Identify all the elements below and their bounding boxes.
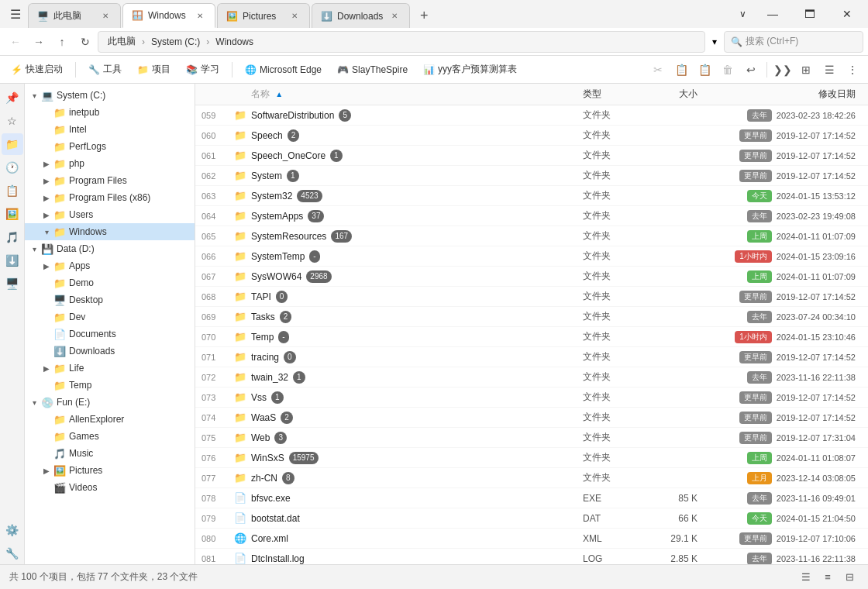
- tree-item-videos[interactable]: 🎬Videos: [25, 479, 195, 496]
- tab-tab-windows[interactable]: 🪟 Windows ✕: [122, 3, 215, 28]
- tree-item-games[interactable]: 📁Games: [25, 428, 195, 445]
- tab-tab-pictures[interactable]: 🖼️ Pictures ✕: [217, 3, 310, 28]
- table-row[interactable]: 070 📁 Temp- 文件夹 1小时内 2024-01-15 23:10:46: [195, 327, 868, 347]
- tree-item-users[interactable]: ▶📁Users: [25, 206, 195, 223]
- table-row[interactable]: 060 📁 Speech2 文件夹 更早前 2019-12-07 17:14:5…: [195, 126, 868, 146]
- col-date-header[interactable]: 修改日期: [707, 88, 862, 101]
- tree-item-intel[interactable]: 📁Intel: [25, 121, 195, 138]
- tree-item-system-(c:)[interactable]: ▾💻System (C:): [25, 87, 195, 104]
- table-row[interactable]: 065 📁 SystemResources167 文件夹 上周 2024-01-…: [195, 226, 868, 246]
- sidebar-download-icon[interactable]: ⬇️: [2, 250, 23, 271]
- tab-close-tab-downloads[interactable]: ✕: [388, 9, 401, 23]
- tree-item-dev[interactable]: 📁Dev: [25, 308, 195, 326]
- sidebar-music-icon[interactable]: 🎵: [2, 226, 23, 248]
- sidebar-star-icon[interactable]: ☆: [2, 110, 23, 132]
- sidebar-tools-icon[interactable]: 🔧: [2, 542, 23, 564]
- breadcrumb-item-0[interactable]: 此电脑: [105, 33, 139, 50]
- table-row[interactable]: 062 📁 System1 文件夹 更早前 2019-12-07 17:14:5…: [195, 166, 868, 186]
- toolbar-item-6[interactable]: 📊yyy客户预算测算表: [417, 59, 523, 81]
- up-button[interactable]: ↑: [51, 31, 73, 53]
- tree-item-fun-(e:)[interactable]: ▾💿Fun (E:): [25, 394, 195, 411]
- col-size-header[interactable]: 大小: [645, 88, 707, 101]
- hamburger-menu[interactable]: ☰: [3, 2, 28, 26]
- table-row[interactable]: 059 📁 SoftwareDistribution5 文件夹 去年 2023-…: [195, 105, 868, 126]
- tree-item-data-(d:)[interactable]: ▾💾Data (D:): [25, 240, 195, 257]
- table-row[interactable]: 079 📄 bootstat.dat DAT 66 K 今天 2024-01-1…: [195, 508, 868, 529]
- tree-item-pictures[interactable]: ▶🖼️Pictures: [25, 462, 195, 479]
- tab-overflow-btn[interactable]: ∨: [730, 2, 755, 26]
- refresh-button[interactable]: ↻: [74, 31, 96, 53]
- toolbar-item-3[interactable]: 📚学习: [180, 59, 226, 81]
- tab-tab-downloads[interactable]: ⬇️ Downloads ✕: [312, 3, 410, 28]
- tree-item-documents[interactable]: 📄Documents: [25, 326, 195, 343]
- tab-close-tab-windows[interactable]: ✕: [193, 9, 207, 22]
- tree-item-music[interactable]: 🎵Music: [25, 445, 195, 462]
- sidebar-clock-icon[interactable]: 🕐: [2, 157, 23, 178]
- cut-button[interactable]: ✂: [647, 59, 669, 81]
- new-tab-button[interactable]: +: [412, 3, 436, 28]
- table-row[interactable]: 074 📁 WaaS2 文件夹 更早前 2019-12-07 17:14:52: [195, 408, 868, 428]
- copy-button[interactable]: 📋: [670, 59, 692, 81]
- table-row[interactable]: 064 📁 SystemApps37 文件夹 去年 2023-02-23 19:…: [195, 206, 868, 226]
- undo-button[interactable]: ↩: [740, 59, 762, 81]
- tree-item-temp[interactable]: 📁Temp: [25, 377, 195, 394]
- breadcrumb-item-1[interactable]: System (C:): [148, 35, 203, 49]
- tree-item-php[interactable]: ▶📁php: [25, 155, 195, 172]
- table-row[interactable]: 071 📁 tracing0 文件夹 更早前 2019-12-07 17:14:…: [195, 347, 868, 367]
- table-row[interactable]: 073 📁 Vss1 文件夹 更早前 2019-12-07 17:14:52: [195, 388, 868, 408]
- minimize-button[interactable]: —: [755, 2, 790, 26]
- delete-button[interactable]: 🗑: [717, 59, 739, 81]
- options-button[interactable]: ⋮: [842, 59, 863, 81]
- table-row[interactable]: 078 📄 bfsvc.exe EXE 85 K 去年 2023-11-16 0…: [195, 488, 868, 508]
- table-row[interactable]: 080 🌐 Core.xml XML 29.1 K 更早前 2019-12-07…: [195, 529, 868, 549]
- toolbar-item-2[interactable]: 📁项目: [131, 59, 177, 81]
- back-button[interactable]: ←: [5, 31, 26, 53]
- toolbar-item-1[interactable]: 🔧工具: [82, 59, 128, 81]
- breadcrumb-item-2[interactable]: Windows: [212, 35, 257, 49]
- toolbar-item-0[interactable]: ⚡快速启动: [5, 59, 69, 81]
- tree-item-desktop[interactable]: 🖥️Desktop: [25, 291, 195, 308]
- table-row[interactable]: 077 📁 zh-CN8 文件夹 上月 2023-12-14 03:08:05: [195, 468, 868, 488]
- view-list-icon[interactable]: ☰: [797, 568, 815, 587]
- tab-close-tab-pictures[interactable]: ✕: [288, 9, 301, 23]
- col-name-header[interactable]: 名称 ▲: [248, 88, 583, 101]
- table-row[interactable]: 067 📁 SysWOW642968 文件夹 上周 2024-01-11 01:…: [195, 267, 868, 287]
- sidebar-image-icon[interactable]: 🖼️: [2, 203, 23, 225]
- toolbar-item-5[interactable]: 🎮SlayTheSpire: [331, 59, 414, 81]
- sidebar-file-icon[interactable]: 📋: [2, 180, 23, 202]
- table-row[interactable]: 072 📁 twain_321 文件夹 去年 2023-11-16 22:11:…: [195, 367, 868, 388]
- tree-item-program-files[interactable]: ▶📁Program Files: [25, 172, 195, 189]
- tab-tab-pc[interactable]: 🖥️ 此电脑 ✕: [28, 3, 121, 28]
- table-row[interactable]: 075 📁 Web3 文件夹 更早前 2019-12-07 17:31:04: [195, 428, 868, 448]
- sidebar-settings-icon[interactable]: ⚙️: [2, 519, 23, 541]
- table-row[interactable]: 061 📁 Speech_OneCore1 文件夹 更早前 2019-12-07…: [195, 146, 868, 166]
- tree-item-program-files-(x86)[interactable]: ▶📁Program Files (x86): [25, 189, 195, 206]
- close-button[interactable]: ✕: [829, 2, 865, 26]
- view-details-icon[interactable]: ≡: [818, 568, 837, 587]
- tree-item-downloads[interactable]: ⬇️Downloads: [25, 343, 195, 360]
- search-box[interactable]: 🔍 搜索 (Ctrl+F): [724, 31, 863, 53]
- view-list-button[interactable]: ☰: [818, 59, 840, 81]
- table-row[interactable]: 076 📁 WinSxS15975 文件夹 上周 2024-01-11 01:0…: [195, 448, 868, 468]
- view-grid-button[interactable]: ⊞: [795, 59, 817, 81]
- breadcrumb-dropdown[interactable]: ▾: [707, 31, 722, 53]
- tree-item-perflogs[interactable]: 📁PerfLogs: [25, 138, 195, 155]
- tree-item-apps[interactable]: ▶📁Apps: [25, 257, 195, 274]
- table-row[interactable]: 068 📁 TAPI0 文件夹 更早前 2019-12-07 17:14:52: [195, 287, 868, 307]
- sidebar-folder-icon[interactable]: 📁: [2, 133, 23, 155]
- tree-item-life[interactable]: ▶📁Life: [25, 360, 195, 377]
- col-type-header[interactable]: 类型: [583, 88, 645, 101]
- tree-item-windows[interactable]: ▾📁Windows: [25, 223, 195, 240]
- view-compact-icon[interactable]: ⊟: [840, 568, 859, 587]
- more-button[interactable]: ❯❯: [772, 59, 794, 81]
- sidebar-pin-icon[interactable]: 📌: [2, 87, 23, 108]
- table-row[interactable]: 066 📁 SystemTemp- 文件夹 1小时内 2024-01-15 23…: [195, 246, 868, 267]
- table-row[interactable]: 081 📄 DtcInstall.log LOG 2.85 K 去年 2023-…: [195, 549, 868, 564]
- tree-item-inetpub[interactable]: 📁inetpub: [25, 104, 195, 121]
- tree-item-demo[interactable]: 📁Demo: [25, 274, 195, 291]
- table-row[interactable]: 063 📁 System324523 文件夹 今天 2024-01-15 13:…: [195, 186, 868, 206]
- tree-item-allenexplorer[interactable]: 📁AllenExplorer: [25, 411, 195, 428]
- breadcrumb[interactable]: 此电脑›System (C:)›Windows: [98, 31, 705, 53]
- maximize-button[interactable]: 🗖: [792, 2, 828, 26]
- tab-close-tab-pc[interactable]: ✕: [98, 9, 112, 23]
